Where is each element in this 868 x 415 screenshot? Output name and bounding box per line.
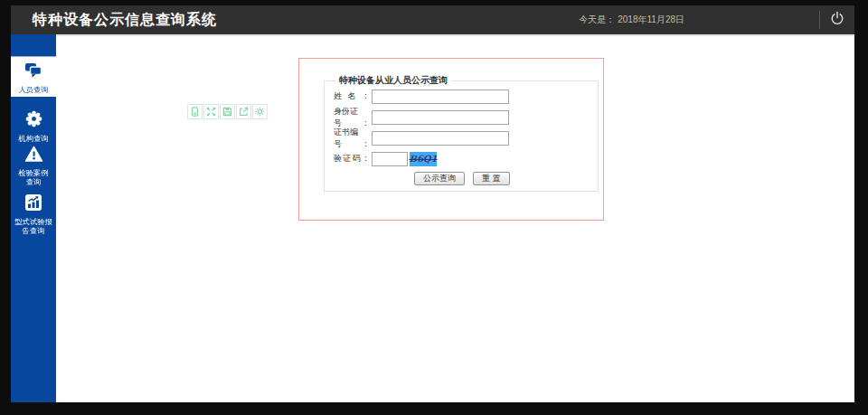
query-panel: 特种设备从业人员公示查询 姓名： 身份证号： 证书编号： 验证码： B6Q1 [298, 58, 604, 221]
captcha-label: 验证码： [334, 153, 370, 165]
gear-icon [24, 109, 43, 127]
mini-toolbar [187, 104, 269, 119]
app-header: 特种设备公示信息查询系统 今天是：2018年11月28日 [11, 5, 854, 34]
id-number-field-row: 身份证号： [334, 109, 598, 125]
sidebar-nav: 人员查询 机构查询 检验案例查询 [11, 34, 56, 402]
sidebar-item-person-query[interactable]: 人员查询 [11, 57, 56, 97]
form-buttons-row: 公示查询 重 置 [414, 172, 598, 185]
date-label: 今天是： [579, 14, 615, 24]
captcha-image[interactable]: B6Q1 [410, 152, 437, 166]
name-label: 姓名： [334, 90, 370, 102]
fieldset-legend: 特种设备从业人员公示查询 [335, 74, 451, 87]
reset-button[interactable]: 重 置 [473, 172, 510, 185]
sidebar-top-spacer [11, 34, 56, 57]
header-divider [819, 11, 820, 29]
captcha-code-text: B6Q1 [409, 154, 437, 164]
chat-bubbles-icon [24, 61, 43, 80]
toolbar-settings-icon[interactable] [252, 104, 268, 119]
captcha-input[interactable] [372, 152, 408, 166]
toolbar-mobile-icon[interactable] [187, 104, 203, 119]
sidebar-item-label: 人员查询 [13, 86, 54, 95]
name-input[interactable] [372, 90, 509, 104]
toolbar-save-icon[interactable] [220, 104, 235, 119]
public-query-button[interactable]: 公示查询 [414, 172, 465, 185]
certificate-number-label: 证书编号： [334, 127, 370, 150]
name-field-row: 姓名： [334, 89, 598, 104]
sidebar-item-label: 型式试验报告查询 [13, 218, 54, 236]
certificate-number-input[interactable] [372, 131, 509, 146]
page-title: 特种设备公示信息查询系统 [33, 5, 217, 34]
sidebar-item-type-test-report-query[interactable]: 型式试验报告查询 [11, 189, 56, 240]
sidebar-item-label: 检验案例查询 [13, 169, 54, 187]
bar-chart-icon [24, 193, 42, 212]
toolbar-export-icon[interactable] [236, 104, 251, 119]
warning-triangle-icon [24, 146, 43, 164]
current-date: 今天是：2018年11月28日 [576, 5, 684, 34]
main-content: 特种设备从业人员公示查询 姓名： 身份证号： 证书编号： 验证码： B6Q1 [56, 34, 854, 402]
certificate-number-field-row: 证书编号： [334, 130, 598, 146]
toolbar-fullscreen-icon[interactable] [203, 104, 219, 119]
id-number-input[interactable] [372, 110, 509, 125]
logout-power-button[interactable] [826, 9, 848, 31]
sidebar-item-inspection-case-query[interactable]: 检验案例查询 [11, 141, 56, 186]
date-value: 2018年11月28日 [618, 14, 684, 24]
captcha-field-row: 验证码： B6Q1 [334, 151, 598, 166]
power-icon [829, 10, 845, 30]
person-query-fieldset: 特种设备从业人员公示查询 姓名： 身份证号： 证书编号： 验证码： B6Q1 [324, 74, 599, 192]
sidebar-item-org-query[interactable]: 机构查询 [11, 105, 56, 139]
